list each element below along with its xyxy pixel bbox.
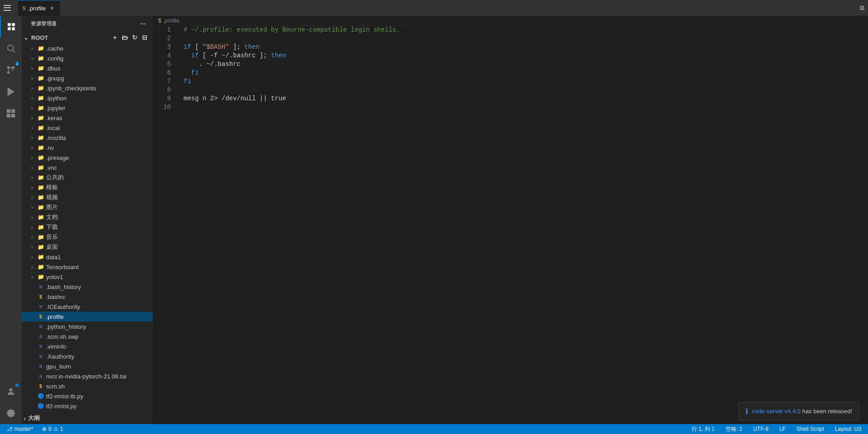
tree-item-keras[interactable]: 📁 .keras <box>22 113 153 123</box>
tree-item-iceauthority[interactable]: ≡ .ICEauthority <box>22 302 153 312</box>
minimap <box>832 26 868 424</box>
editor-content[interactable]: 1 2 3 4 5 6 7 8 9 10 # ~/.profile: execu… <box>153 26 868 424</box>
tree-item-ipython[interactable]: 📁 .ipython <box>22 93 153 103</box>
layout-status[interactable]: Layout: US <box>832 424 864 434</box>
encoding-status[interactable]: UTF-8 <box>750 424 771 434</box>
refresh-button[interactable]: ↻ <box>130 33 139 42</box>
tree-item-profile[interactable]: $ .profile <box>22 312 153 322</box>
folder-icon: 📁 <box>37 75 44 82</box>
spacer <box>29 323 35 330</box>
root-folder-header[interactable]: ROOT + 🗁 ↻ ⊟ <box>22 32 153 43</box>
folder-chevron-icon <box>29 75 35 81</box>
outline-section-header[interactable]: 大纲 <box>22 413 153 424</box>
main-layout: 1 资源管理器 ··· ROOT <box>0 16 868 424</box>
language-status[interactable]: Shell Script <box>794 424 827 434</box>
new-folder-button[interactable]: 🗁 <box>120 33 129 42</box>
tree-item-documents[interactable]: 📁 文档 <box>22 212 153 222</box>
svg-rect-12 <box>11 109 15 113</box>
tree-item-pictures[interactable]: 📁 图片 <box>22 202 153 212</box>
tree-item-data1[interactable]: 📁 data1 <box>22 252 153 262</box>
activity-item-git[interactable]: 1 <box>0 59 22 81</box>
tree-item-bash-history[interactable]: ≡ .bash_history <box>22 282 153 292</box>
code-token: if <box>184 43 191 51</box>
tree-item-gnupg[interactable]: 📁 .gnupg <box>22 73 153 83</box>
tree-item-viminfo[interactable]: ≡ .viminfo <box>22 341 153 351</box>
tree-item-scm-sh[interactable]: $ scm.sh <box>22 381 153 391</box>
spaces-status[interactable]: 空格: 2 <box>723 424 745 434</box>
folder-chevron-icon <box>29 274 35 280</box>
file-name: 公共的 <box>46 173 64 182</box>
more-options-button[interactable]: ··· <box>138 19 147 28</box>
tree-item-scm-sh-swp[interactable]: ≡ .scm.sh.swp <box>22 331 153 341</box>
activity-item-extensions[interactable] <box>0 103 22 124</box>
activity-item-account[interactable] <box>0 381 22 402</box>
tree-item-yolov1[interactable]: 📁 yolov1 <box>22 272 153 282</box>
status-left: ⎇ master* ⊗ 0 ⚠ 1 <box>4 424 66 434</box>
text-file-icon: ≡ <box>37 283 44 290</box>
activity-item-search[interactable] <box>0 37 22 59</box>
tree-item-cache[interactable]: 📁 .cache <box>22 43 153 53</box>
eol-status[interactable]: LF <box>777 424 788 434</box>
folder-chevron-icon <box>29 125 35 131</box>
text-file-icon: ≡ <box>37 363 44 370</box>
tree-item-videos[interactable]: 📁 视频 <box>22 192 153 202</box>
titlebar-right: ⧉ <box>856 4 868 12</box>
root-label: ROOT <box>31 34 48 41</box>
file-name: .jupyter <box>46 105 66 112</box>
tree-item-python-history[interactable]: ≡ .python_history <box>22 322 153 331</box>
tree-item-xauthority[interactable]: ≡ .Xauthority <box>22 351 153 361</box>
file-name: .nv <box>46 145 54 151</box>
shell-file-icon: $ <box>37 313 44 320</box>
tree-item-mozilla[interactable]: 📁 .mozilla <box>22 133 153 143</box>
tree-item-downloads[interactable]: 📁 下载 <box>22 222 153 232</box>
code-line-4: if [ -f ~/.bashrc ]; then <box>184 51 832 60</box>
tree-item-presage[interactable]: 📁 .presage <box>22 153 153 163</box>
tree-item-gpu-burn[interactable]: ≡ gpu_burn <box>22 361 153 371</box>
tree-item-local[interactable]: 📁 .local <box>22 123 153 133</box>
tree-item-tf2-mnist-tb[interactable]: 🔵 tf2-mnist-tb.py <box>22 391 153 401</box>
git-branch-status[interactable]: ⎇ master* <box>4 424 36 434</box>
tree-item-music[interactable]: 📁 音乐 <box>22 232 153 242</box>
folder-chevron-icon <box>29 244 35 250</box>
menu-icon[interactable] <box>4 5 11 12</box>
errors-status[interactable]: ⊗ 0 ⚠ 1 <box>39 424 66 434</box>
activity-item-settings[interactable] <box>0 402 22 424</box>
activity-item-explorer[interactable] <box>0 16 22 37</box>
code-token: then <box>271 51 286 60</box>
layout-icon[interactable]: ⧉ <box>860 4 864 12</box>
tree-item-templates[interactable]: 📁 模板 <box>22 182 153 192</box>
folder-icon: 📁 <box>37 253 44 261</box>
tree-item-nv[interactable]: 📁 .nv <box>22 143 153 153</box>
notification-link[interactable]: code-server v4.4.0 <box>752 408 801 415</box>
cursor-position-status[interactable]: 行 1, 列 1 <box>689 424 717 434</box>
collapse-all-button[interactable]: ⊟ <box>140 33 149 42</box>
root-chevron-icon <box>24 34 28 41</box>
tree-item-desktop[interactable]: 📁 桌面 <box>22 242 153 252</box>
file-name: Tensorboard <box>46 264 79 271</box>
new-file-button[interactable]: + <box>110 33 119 42</box>
eol-label: LF <box>779 426 786 432</box>
tree-item-public[interactable]: 📁 公共的 <box>22 173 153 182</box>
code-line-8 <box>184 86 832 94</box>
folder-chevron-icon <box>29 115 35 121</box>
tab-close-button[interactable]: × <box>48 5 56 12</box>
tab-profile[interactable]: $ .profile × <box>18 0 60 16</box>
code-token <box>184 69 191 77</box>
code-editor[interactable]: # ~/.profile: executed by Bourne-compati… <box>180 26 832 424</box>
activity-item-debug[interactable] <box>0 81 22 103</box>
file-name: yolov1 <box>46 274 63 280</box>
tree-item-ipynb-checkpoints[interactable]: 📁 .ipynb_checkpoints <box>22 83 153 93</box>
tree-item-jupyter[interactable]: 📁 .jupyter <box>22 103 153 113</box>
tree-item-dbus[interactable]: 📁 .dbus <box>22 63 153 73</box>
tree-item-bashrc[interactable]: $ .bashrc <box>22 292 153 302</box>
code-token: then <box>244 43 259 51</box>
tree-item-tf2-mnist[interactable]: 🔵 tf2-mnist.py <box>22 401 153 411</box>
file-name: .config <box>46 55 63 62</box>
tree-item-vnc[interactable]: 📁 .vnc <box>22 163 153 173</box>
tree-item-nvcr-tar[interactable]: ≡ nvcr.io-nvidia-pytorch-21.06.tar <box>22 371 153 381</box>
language-label: Shell Script <box>797 426 824 432</box>
notification-toast: ℹ code-server v4.4.0 has been released! <box>739 402 859 420</box>
error-icon: ⊗ <box>42 426 47 432</box>
tree-item-tensorboard[interactable]: 📁 Tensorboard <box>22 262 153 272</box>
tree-item-config[interactable]: 📁 .config <box>22 53 153 63</box>
